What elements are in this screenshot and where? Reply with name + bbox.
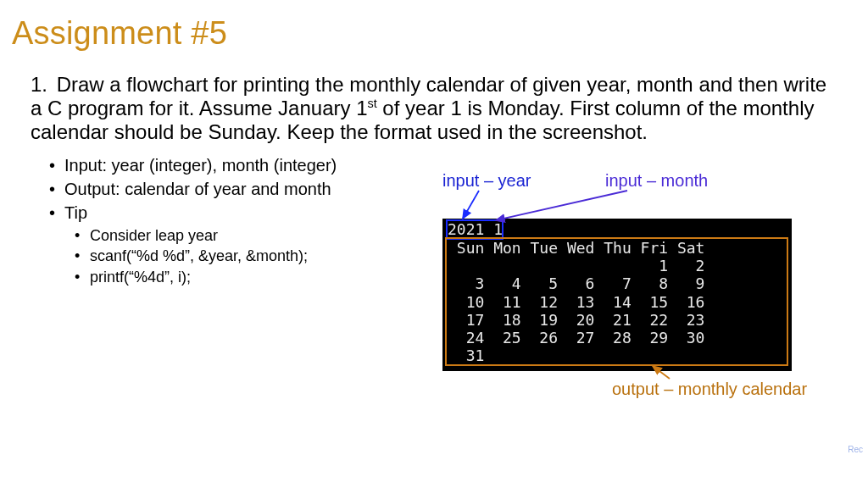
caption-input-year: input – year [442, 171, 531, 191]
terminal-screenshot: 2021 1 Sun Mon Tue Wed Thu Fri Sat 1 2 3… [442, 219, 792, 371]
caption-input-month: input – month [605, 171, 708, 191]
tip-scanf: scanf(“%d %d”, &year, &month); [75, 246, 337, 266]
bullet-input: Input: year (integer), month (integer) [49, 154, 337, 177]
bullet-list: Input: year (integer), month (integer) O… [49, 154, 337, 287]
task-body: Draw a flowchart for printing the monthl… [31, 73, 826, 143]
slide-title: Assignment #5 [12, 15, 227, 52]
calendar-row-6: 31 [448, 347, 787, 364]
bullet-output: Output: calendar of year and month [49, 178, 337, 201]
task-number: 1. [31, 73, 51, 97]
terminal-input: 2021 1 [448, 220, 503, 238]
calendar-row-2: 3 4 5 6 7 8 9 [448, 274, 787, 292]
arrow-month-icon [496, 191, 627, 220]
calendar-row-5: 24 25 26 27 28 29 30 [448, 329, 787, 347]
calendar-row-3: 10 11 12 13 14 15 16 [448, 293, 787, 311]
tip-leap: Consider leap year [75, 225, 337, 246]
calendar-row-4: 17 18 19 20 21 22 23 [448, 311, 787, 329]
arrow-year-icon [463, 191, 479, 219]
bullet-tip: Tip [49, 202, 337, 225]
tip-printf: printf(“%4d”, i); [75, 267, 337, 287]
caption-output: output – monthly calendar [612, 380, 807, 399]
recording-indicator: Rec [848, 445, 863, 454]
task-text: 1. Draw a flowchart for printing the mon… [31, 73, 840, 143]
calendar-header: Sun Mon Tue Wed Thu Fri Sat [448, 239, 787, 257]
calendar-row-1: 1 2 [448, 257, 787, 274]
calendar-output: Sun Mon Tue Wed Thu Fri Sat 1 2 3 4 5 6 … [448, 239, 787, 364]
